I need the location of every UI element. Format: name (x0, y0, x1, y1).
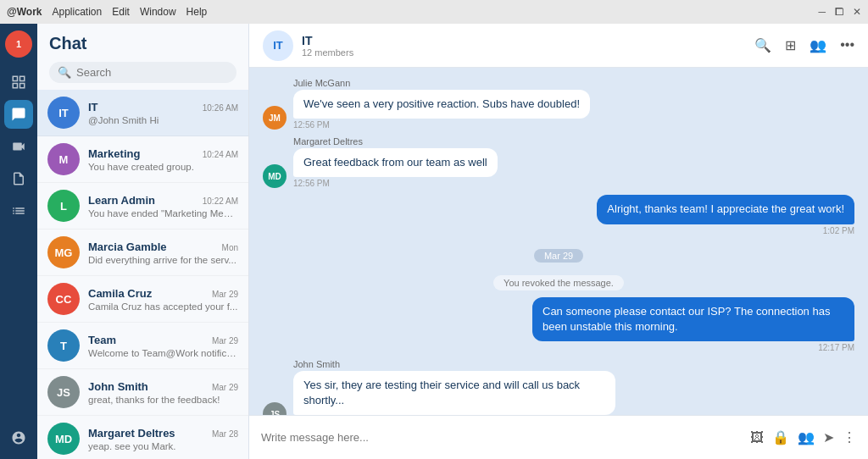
icon-sidebar: 1 (0, 24, 37, 459)
chat-list-header: Chat 🔍 (37, 24, 248, 90)
titlebar-left: @Work Application Edit Window Help (7, 6, 207, 18)
chat-header: IT IT 12 members 🔍 ⊞ 👥 ••• (249, 24, 868, 68)
messages-area: Julie McGann JM We've seen a very positi… (249, 68, 868, 415)
chat-header-icons: 🔍 ⊞ 👥 ••• (754, 37, 854, 53)
icon-sidebar-bottom (4, 423, 33, 459)
close-button[interactable]: ✕ (853, 6, 861, 18)
msg-bubble-margaret: Great feedback from our team as well (293, 148, 498, 177)
sidebar-icon-home[interactable] (4, 68, 33, 97)
chat-item-marcia[interactable]: MG Marcia Gamble Mon Did everything arri… (37, 230, 248, 276)
minimize-button[interactable]: ─ (818, 6, 826, 18)
chat-list-title: Chat (49, 34, 236, 53)
maximize-button[interactable]: ⧠ (834, 6, 844, 18)
chat-header-avatar: IT (263, 30, 293, 61)
menu-application[interactable]: Application (52, 6, 102, 18)
sidebar-icon-chat[interactable] (4, 100, 33, 129)
more-options-icon[interactable]: ⋮ (843, 429, 856, 445)
chat-item-info-it: IT 10:26 AM @John Smith Hi (88, 101, 238, 125)
search-input[interactable] (76, 66, 228, 79)
members-icon[interactable]: 👥 (810, 37, 826, 53)
menu-help[interactable]: Help (186, 6, 208, 18)
chat-avatar-margaret: MD (47, 423, 80, 455)
search-icon: 🔍 (58, 66, 71, 79)
people-icon[interactable]: 👥 (798, 429, 815, 445)
msg-row-me1: Alright, thanks team! I appreciate the g… (597, 195, 854, 235)
message-input[interactable] (261, 431, 742, 444)
search-chat-icon[interactable]: 🔍 (754, 37, 771, 53)
attach-image-icon[interactable]: 🖼 (750, 430, 764, 445)
titlebar-menu: Application Edit Window Help (52, 6, 207, 18)
chat-item-team[interactable]: T Team Mar 29 Welcome to Team@Work notif… (37, 323, 248, 369)
chat-list-panel: Chat 🔍 IT IT 10:26 AM @John Smith Hi M (37, 24, 249, 459)
menu-window[interactable]: Window (140, 6, 176, 18)
msg-group-john: John Smith JS Yes sir, they are testing … (263, 359, 854, 415)
window-controls: ─ ⧠ ✕ (818, 6, 861, 18)
sidebar-icon-list[interactable] (4, 196, 33, 225)
msg-bubble-me1: Alright, thanks team! I appreciate the g… (597, 195, 854, 224)
svg-rect-1 (20, 76, 25, 80)
lock-icon[interactable]: 🔒 (772, 429, 789, 445)
msg-group-margaret: Margaret Deltres MD Great feedback from … (263, 136, 854, 188)
msg-bubble-me2: Can someone please contact our ISP? The … (532, 297, 854, 341)
chat-item-margaret[interactable]: MD Margaret Deltres Mar 28 yeap. see you… (37, 416, 248, 459)
chat-item-learnadmin[interactable]: L Learn Admin 10:22 AM You have ended "M… (37, 183, 248, 230)
chat-item-top: IT 10:26 AM (88, 101, 238, 113)
titlebar: @Work Application Edit Window Help ─ ⧠ ✕ (0, 0, 868, 24)
msg-row-john: JS Yes sir, they are testing their servi… (263, 371, 615, 415)
date-divider-mar29: Mar 29 (263, 249, 854, 262)
chat-avatar-marketing: M (47, 143, 80, 175)
msg-avatar-julie: JM (263, 106, 287, 130)
chat-list: IT IT 10:26 AM @John Smith Hi M Marketin… (37, 90, 248, 459)
svg-rect-2 (13, 84, 17, 88)
system-message: You revoked the message. (493, 275, 624, 290)
sidebar-icon-document[interactable] (4, 164, 33, 193)
avatar-badge: 1 (16, 39, 21, 49)
grid-icon[interactable]: ⊞ (785, 37, 796, 53)
chat-header-info: IT 12 members (302, 34, 746, 58)
msg-row-julie: JM We've seen a very positive reaction. … (263, 90, 590, 130)
svg-rect-3 (20, 84, 25, 88)
sidebar-icon-video[interactable] (4, 132, 33, 161)
more-icon[interactable]: ••• (840, 37, 854, 53)
svg-rect-0 (13, 76, 17, 80)
chat-avatar-it: IT (47, 97, 80, 129)
chat-avatar-learnadmin: L (47, 190, 80, 222)
msg-group-me2: Can someone please contact our ISP? The … (263, 297, 854, 352)
right-panel: IT IT 12 members 🔍 ⊞ 👥 ••• Julie McGann … (249, 24, 868, 459)
chat-item-it[interactable]: IT IT 10:26 AM @John Smith Hi (37, 90, 248, 136)
chat-item-marketing[interactable]: M Marketing 10:24 AM You have created gr… (37, 136, 248, 183)
msg-bubble-julie: We've seen a very positive reaction. Sub… (293, 90, 590, 119)
menu-edit[interactable]: Edit (112, 6, 130, 18)
msg-row-me2: Can someone please contact our ISP? The … (532, 297, 854, 352)
message-input-area: 🖼 🔒 👥 ➤ ⋮ (249, 415, 868, 459)
chat-item-camila[interactable]: CC Camila Cruz Mar 29 Camila Cruz has ac… (37, 276, 248, 323)
chat-avatar-camila: CC (47, 283, 80, 315)
msg-avatar-margaret: MD (263, 164, 287, 188)
app-logo: @Work (7, 6, 42, 18)
msg-avatar-john: JS (263, 402, 287, 415)
chat-avatar-marcia: MG (47, 236, 80, 268)
sidebar-icon-settings[interactable] (4, 423, 33, 452)
msg-group-julie: Julie McGann JM We've seen a very positi… (263, 78, 854, 130)
msg-bubble-john: Yes sir, they are testing their service … (293, 371, 615, 415)
chat-avatar-johnsmith: JS (47, 376, 80, 408)
msg-row-margaret: MD Great feedback from our team as well … (263, 148, 498, 188)
chat-avatar-team: T (47, 329, 80, 362)
search-box[interactable]: 🔍 (49, 62, 236, 83)
msg-group-me1: Alright, thanks team! I appreciate the g… (263, 195, 854, 235)
chat-item-info-marketing: Marketing 10:24 AM You have created grou… (88, 147, 238, 172)
app-icon-avatar[interactable]: 1 (5, 30, 32, 58)
chat-item-johnsmith[interactable]: JS John Smith Mar 29 great, thanks for t… (37, 369, 248, 416)
send-icon[interactable]: ➤ (823, 429, 834, 445)
app-container: 1 Chat 🔍 (0, 24, 868, 459)
